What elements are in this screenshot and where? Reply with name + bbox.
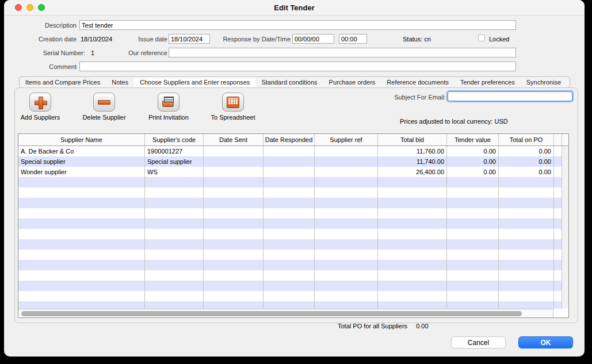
cell-tender_value[interactable]: [447, 291, 499, 301]
cell-total_on_po[interactable]: [499, 239, 554, 250]
cell-supplier_ref[interactable]: [315, 177, 378, 187]
cell-date_responded[interactable]: [263, 187, 315, 198]
issue-date-input[interactable]: [169, 34, 210, 44]
cell-code[interactable]: [145, 301, 204, 309]
cell-total_on_po[interactable]: [499, 260, 554, 270]
table-row-empty[interactable]: [18, 291, 562, 301]
cell-tender_value[interactable]: [447, 229, 499, 239]
tab-standard-conditions[interactable]: Standard conditions: [255, 77, 323, 87]
cell-supplier_ref[interactable]: [315, 167, 378, 177]
table-row[interactable]: A. De Backer & Co190000122711,760.000.00…: [18, 146, 562, 156]
cell-date_sent[interactable]: [204, 250, 263, 260]
cell-tender_value[interactable]: [447, 270, 499, 281]
cell-supplier_ref[interactable]: [315, 301, 378, 309]
cell-supplier_ref[interactable]: [315, 291, 378, 301]
cell-date_responded[interactable]: [263, 177, 315, 187]
cell-code[interactable]: 1900001227: [145, 146, 204, 156]
cell-tender_value[interactable]: 0.00: [447, 146, 499, 156]
column-header-code[interactable]: Supplier's code: [145, 134, 204, 145]
cell-code[interactable]: [145, 219, 204, 229]
cell-supplier_ref[interactable]: [315, 156, 378, 167]
cell-supplier_name[interactable]: [18, 250, 145, 260]
cell-code[interactable]: [145, 281, 204, 291]
table-row[interactable]: Wonder supplierWS26,400.000.000.00: [18, 167, 562, 177]
cell-tender_value[interactable]: [447, 250, 499, 260]
cancel-button[interactable]: Cancel: [451, 336, 506, 348]
cell-date_sent[interactable]: [204, 219, 263, 229]
tab-items-and-compare-prices[interactable]: Items and Compare Prices: [20, 77, 106, 87]
comment-input[interactable]: [79, 62, 516, 71]
cell-code[interactable]: [145, 208, 204, 219]
table-row-empty[interactable]: [18, 219, 562, 229]
cell-supplier_name[interactable]: [18, 187, 145, 198]
cell-supplier_ref[interactable]: [315, 187, 378, 198]
cell-supplier_name[interactable]: [18, 177, 145, 187]
cell-date_responded[interactable]: [263, 167, 315, 177]
cell-total_bid[interactable]: [378, 208, 447, 219]
cell-total_on_po[interactable]: [499, 250, 554, 260]
cell-tender_value[interactable]: [447, 239, 499, 250]
column-header-date_responded[interactable]: Date Responded: [263, 134, 315, 145]
cell-date_responded[interactable]: [263, 146, 315, 156]
column-header-date_sent[interactable]: Date Sent: [204, 134, 263, 145]
cell-tender_value[interactable]: 0.00: [447, 156, 499, 167]
cell-total_on_po[interactable]: [499, 281, 554, 291]
column-header-supplier_name[interactable]: Supplier Name: [18, 134, 145, 145]
cell-date_responded[interactable]: [263, 301, 315, 309]
horizontal-scrollbar[interactable]: [18, 309, 568, 317]
cell-tender_value[interactable]: [447, 198, 499, 208]
cell-supplier_name[interactable]: Wonder supplier: [18, 167, 145, 177]
cell-date_sent[interactable]: [204, 177, 263, 187]
cell-date_responded[interactable]: [263, 219, 315, 229]
cell-date_responded[interactable]: [263, 208, 315, 219]
cell-date_sent[interactable]: [204, 146, 263, 156]
tab-log[interactable]: Log: [567, 77, 570, 87]
cell-total_bid[interactable]: 11,760.00: [378, 146, 447, 156]
cell-date_sent[interactable]: [204, 187, 263, 198]
cell-supplier_ref[interactable]: [315, 219, 378, 229]
cell-tender_value[interactable]: [447, 301, 499, 309]
cell-tender_value[interactable]: [447, 219, 499, 229]
table-row-empty[interactable]: [18, 250, 562, 260]
cell-supplier_name[interactable]: [18, 301, 145, 309]
cell-date_sent[interactable]: [204, 260, 263, 270]
cell-tender_value[interactable]: [447, 177, 499, 187]
cell-date_sent[interactable]: [204, 198, 263, 208]
cell-supplier_name[interactable]: [18, 229, 145, 239]
cell-supplier_ref[interactable]: [315, 260, 378, 270]
our-reference-input[interactable]: [169, 48, 516, 58]
cell-supplier_ref[interactable]: [315, 146, 378, 156]
table-row-empty[interactable]: [18, 239, 562, 250]
cell-date_sent[interactable]: [204, 208, 263, 219]
cell-total_on_po[interactable]: [499, 187, 554, 198]
cell-date_sent[interactable]: [204, 270, 263, 281]
delete-supplier-button[interactable]: [93, 93, 115, 112]
tab-tender-preferences[interactable]: Tender preferences: [454, 77, 521, 87]
table-row-empty[interactable]: [18, 270, 562, 281]
cell-total_bid[interactable]: [378, 301, 447, 309]
cell-date_responded[interactable]: [263, 291, 315, 301]
cell-date_sent[interactable]: [204, 291, 263, 301]
tab-synchronise[interactable]: Synchronise: [521, 77, 567, 87]
cell-tender_value[interactable]: [447, 281, 499, 291]
cell-total_bid[interactable]: 26,400.00: [378, 167, 447, 177]
table-row-empty[interactable]: [18, 301, 562, 309]
vertical-scrollbar[interactable]: [562, 146, 568, 309]
cell-supplier_name[interactable]: [18, 281, 145, 291]
cell-code[interactable]: [145, 198, 204, 208]
tab-purchase-orders[interactable]: Purchase orders: [323, 77, 381, 87]
cell-total_on_po[interactable]: [499, 291, 554, 301]
column-header-total_on_po[interactable]: Total on PO: [499, 134, 554, 145]
cell-supplier_ref[interactable]: [315, 281, 378, 291]
cell-total_on_po[interactable]: [499, 219, 554, 229]
cell-date_sent[interactable]: [204, 167, 263, 177]
cell-code[interactable]: [145, 239, 204, 250]
table-row-empty[interactable]: [18, 229, 562, 239]
cell-date_sent[interactable]: [204, 229, 263, 239]
cell-supplier_ref[interactable]: [315, 239, 378, 250]
cell-supplier_ref[interactable]: [315, 208, 378, 219]
cell-total_on_po[interactable]: 0.00: [499, 156, 554, 167]
cell-date_sent[interactable]: [204, 301, 263, 309]
horizontal-scrollbar-thumb[interactable]: [21, 311, 522, 316]
add-suppliers-button[interactable]: [29, 93, 51, 112]
